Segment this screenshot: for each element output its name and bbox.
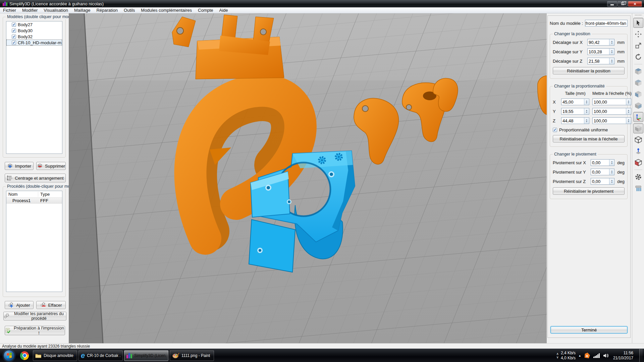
view-side-button[interactable]: [633, 89, 643, 99]
taskbar-clock[interactable]: 11:56 21/10/2017: [613, 351, 633, 361]
offset-z-field[interactable]: ▲▼: [587, 58, 614, 64]
spinner-down-icon[interactable]: ▼: [611, 61, 613, 63]
offset-x-input[interactable]: [588, 39, 609, 45]
scale-z-field[interactable]: ▲▼: [592, 117, 631, 124]
spinner-down-icon[interactable]: ▼: [611, 172, 613, 174]
size-z-input[interactable]: [561, 118, 584, 124]
toolbar-grip[interactable]: [635, 14, 642, 16]
reset-scale-button[interactable]: Réinitialiser la mise à l'échelle: [553, 135, 625, 142]
model-list-item[interactable]: ✓ Body27: [6, 21, 62, 27]
checkbox-checked-icon[interactable]: ✓: [12, 41, 16, 45]
spinner-down-icon[interactable]: ▼: [628, 121, 630, 123]
spinner-down-icon[interactable]: ▼: [611, 42, 613, 44]
menu-fichier[interactable]: Fichier: [0, 7, 19, 13]
import-button[interactable]: Importer: [5, 162, 34, 170]
show-axes-button[interactable]: [633, 112, 643, 122]
chrome-taskbar-button[interactable]: [17, 350, 32, 361]
spinner[interactable]: ▲▼: [584, 99, 589, 105]
done-button[interactable]: Terminé: [550, 326, 628, 334]
size-x-input[interactable]: [561, 99, 584, 105]
spinner[interactable]: ▲▼: [626, 118, 631, 124]
settings-button[interactable]: [633, 172, 643, 182]
show-desktop-button[interactable]: [639, 349, 643, 362]
spinner[interactable]: ▲▼: [626, 99, 631, 105]
model-list-item[interactable]: ✓ Body30: [6, 27, 62, 34]
cross-section-button[interactable]: [633, 158, 643, 168]
menu-maillage[interactable]: Maillage: [71, 7, 93, 13]
rotate-y-field[interactable]: ▲▼: [591, 169, 614, 175]
scale-tool-button[interactable]: [633, 41, 643, 51]
checkbox-checked-icon[interactable]: ✓: [12, 28, 16, 33]
menu-outils[interactable]: Outils: [121, 7, 138, 13]
reset-position-button[interactable]: Réinitialiser la position: [553, 67, 625, 74]
view-front-button[interactable]: [633, 78, 643, 88]
taskbar-item-simplify3d[interactable]: Simplify3D (Licen...: [124, 350, 168, 361]
menu-modules[interactable]: Modules complémentaires: [138, 7, 195, 13]
edit-process-button[interactable]: Modifier les paramètres du procédé: [3, 312, 66, 320]
scale-x-input[interactable]: [593, 99, 626, 105]
offset-z-input[interactable]: [588, 58, 609, 64]
spinner[interactable]: ▲▼: [609, 169, 614, 175]
solid-view-button[interactable]: [633, 123, 643, 133]
reset-rotation-button[interactable]: Réinitialiser le pivotement: [553, 187, 625, 195]
rotate-z-input[interactable]: [591, 178, 609, 184]
spinner[interactable]: ▲▼: [584, 118, 589, 124]
select-tool-button[interactable]: [633, 18, 643, 28]
size-y-input[interactable]: [561, 108, 584, 114]
network-signal-icon[interactable]: [593, 353, 600, 358]
spinner-down-icon[interactable]: ▼: [586, 111, 588, 113]
spinner-down-icon[interactable]: ▼: [611, 52, 613, 54]
scale-y-field[interactable]: ▲▼: [592, 108, 631, 115]
spinner-down-icon[interactable]: ▼: [586, 121, 588, 123]
scale-x-field[interactable]: ▲▼: [592, 99, 631, 105]
spinner-down-icon[interactable]: ▼: [628, 111, 630, 113]
minimize-button[interactable]: [607, 1, 617, 7]
volume-icon[interactable]: [603, 353, 608, 358]
rotate-y-input[interactable]: [591, 169, 609, 175]
spinner-down-icon[interactable]: ▼: [611, 181, 613, 183]
supports-button[interactable]: [633, 183, 643, 193]
model-list-item[interactable]: ✓ Body32: [6, 34, 62, 40]
rotate-x-input[interactable]: [591, 160, 609, 166]
add-process-button[interactable]: Ajouter: [5, 301, 34, 309]
spinner[interactable]: ▲▼: [584, 108, 589, 114]
close-button[interactable]: ×: [628, 1, 642, 7]
tray-expand-button[interactable]: ▴: [579, 354, 581, 357]
move-tool-button[interactable]: [633, 29, 643, 39]
erase-process-button[interactable]: Effacer: [36, 301, 66, 309]
rotate-z-field[interactable]: ▲▼: [591, 178, 614, 185]
viewport-3d[interactable]: [69, 13, 547, 343]
models-listbox[interactable]: ✓ Body27 ✓ Body30 ✓ Body32 ✓ CR-10_HD-mo…: [6, 21, 62, 154]
size-z-field[interactable]: ▲▼: [561, 117, 589, 124]
taskbar-item-ie[interactable]: e CR-10 de Corbak ...: [78, 350, 123, 361]
titlebar[interactable]: Simplify3D (Licence accordée à guihano n…: [0, 0, 644, 7]
rotate-x-field[interactable]: ▲▼: [591, 159, 614, 166]
wireframe-view-button[interactable]: [633, 135, 643, 145]
surface-normal-button[interactable]: [633, 146, 643, 156]
menu-compte[interactable]: Compte: [195, 7, 216, 13]
checkbox-checked-icon[interactable]: ✓: [12, 35, 16, 39]
scale-z-input[interactable]: [593, 118, 626, 124]
size-x-field[interactable]: ▲▼: [561, 99, 589, 105]
menu-reparation[interactable]: Réparation: [93, 7, 121, 13]
view-default-button[interactable]: [633, 66, 643, 76]
spinner-down-icon[interactable]: ▼: [611, 163, 613, 165]
center-arrange-button[interactable]: Centrage et arrangement: [5, 174, 66, 182]
uniform-checkbox[interactable]: ✓: [553, 128, 557, 132]
menu-modifier[interactable]: Modifier: [19, 7, 41, 13]
menu-aide[interactable]: Aide: [216, 7, 231, 13]
spinner[interactable]: ▲▼: [609, 39, 614, 45]
spinner[interactable]: ▲▼: [609, 178, 614, 184]
avast-icon[interactable]: a: [584, 353, 590, 358]
delete-button[interactable]: Supprimer: [36, 162, 66, 170]
spinner[interactable]: ▲▼: [626, 108, 631, 114]
rotate-tool-button[interactable]: [633, 52, 643, 62]
view-iso-button[interactable]: [633, 101, 643, 111]
process-row[interactable]: Process1 FFF: [6, 198, 62, 204]
process-table[interactable]: Nom Type Process1 FFF: [6, 191, 62, 292]
spinner-down-icon[interactable]: ▼: [628, 102, 630, 104]
offset-x-field[interactable]: ▲▼: [587, 39, 614, 46]
spinner[interactable]: ▲▼: [609, 160, 614, 166]
model-list-item-selected[interactable]: ✓ CR-10_HD-modular-mount...: [6, 40, 62, 46]
offset-y-field[interactable]: ▲▼: [587, 48, 614, 55]
